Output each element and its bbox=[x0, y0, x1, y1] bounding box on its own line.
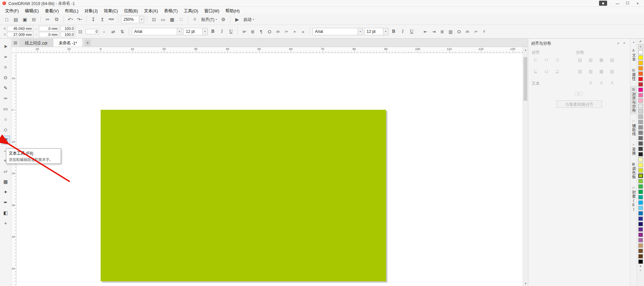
menu-item-2[interactable]: 查看(V) bbox=[42, 7, 62, 14]
import-button[interactable]: ↧ bbox=[89, 15, 97, 23]
mirror-vertical-icon[interactable]: ⇅ bbox=[118, 28, 126, 36]
scale-y-field[interactable]: 100.0 bbox=[60, 32, 75, 37]
character-formatting-icon[interactable]: A• bbox=[472, 28, 480, 36]
palette-swatch[interactable] bbox=[638, 259, 643, 264]
rectangle-tool[interactable]: ▭ bbox=[1, 104, 10, 113]
x-position-field[interactable]: 45.043 mm bbox=[7, 26, 33, 31]
add-font-icon[interactable]: + bbox=[291, 28, 299, 36]
distribute-button-3[interactable]: ▧ bbox=[607, 55, 617, 64]
fullscreen-preview-button[interactable]: ⊡ bbox=[150, 15, 158, 23]
snap-off-button[interactable]: ⌗ bbox=[191, 15, 199, 23]
more-options-icon[interactable]: » bbox=[299, 28, 307, 36]
side-tab-4[interactable]: ○变换 bbox=[630, 141, 637, 157]
ruler-origin-corner[interactable] bbox=[11, 47, 16, 53]
align-button-0[interactable]: ⊏ bbox=[531, 55, 540, 64]
palette-swatch[interactable] bbox=[638, 109, 643, 113]
bold-button[interactable]: B bbox=[209, 28, 217, 36]
export-button[interactable]: ↥ bbox=[98, 15, 106, 23]
publish-pdf-button[interactable]: PDF bbox=[107, 15, 115, 23]
drop-cap-icon[interactable]: ¶ bbox=[257, 28, 265, 36]
palette-swatch[interactable] bbox=[638, 254, 643, 258]
distribute-button-4[interactable]: ▤ bbox=[575, 67, 585, 76]
no-outline-icon[interactable]: O bbox=[266, 28, 273, 36]
palette-swatch[interactable] bbox=[638, 66, 643, 70]
dropdown-icon[interactable]: ▾ bbox=[202, 28, 207, 35]
palette-swatch[interactable] bbox=[638, 200, 643, 205]
text-align-button-2[interactable]: A bbox=[607, 78, 617, 87]
palette-swatch[interactable] bbox=[638, 114, 643, 119]
object-height-field[interactable]: .0 mm bbox=[39, 32, 59, 37]
docker-close-icon[interactable]: × bbox=[621, 41, 627, 45]
palette-swatch[interactable] bbox=[638, 179, 643, 183]
underline-button[interactable]: U bbox=[227, 28, 235, 36]
distribute-button-2[interactable]: ▦ bbox=[597, 55, 606, 64]
account-icon[interactable]: ☻ bbox=[599, 1, 607, 6]
side-tab-1[interactable]: ▤属性 bbox=[630, 66, 637, 83]
palette-swatch[interactable] bbox=[638, 93, 643, 97]
vertical-scrollbar[interactable]: ▲ ▼ bbox=[523, 47, 528, 286]
menu-item-0[interactable]: 文件(F) bbox=[2, 7, 22, 14]
pick-tool[interactable]: ➤ bbox=[1, 42, 10, 51]
drawing-canvas[interactable] bbox=[16, 53, 523, 286]
distribute-button-7[interactable]: ▧ bbox=[607, 67, 617, 76]
bulleted-list-2-icon[interactable]: ≣ bbox=[438, 28, 446, 36]
align-button-4[interactable]: ⊔ bbox=[542, 67, 551, 76]
ellipse-tool[interactable]: ○ bbox=[1, 115, 10, 124]
new-document-tab-button[interactable]: + bbox=[85, 40, 91, 46]
color-eyedropper-tool[interactable]: ✦ bbox=[1, 188, 10, 196]
palette-swatch[interactable] bbox=[638, 152, 643, 156]
side-tab-0[interactable]: A文本 bbox=[630, 47, 637, 63]
side-tab-6[interactable]: ▱封套(E) bbox=[630, 184, 637, 213]
palette-flyout-icon[interactable]: « bbox=[640, 269, 641, 272]
bulleted-list-icon[interactable]: ≣ bbox=[249, 28, 257, 36]
palette-swatch[interactable] bbox=[638, 147, 643, 151]
freehand-tool[interactable]: ✎ bbox=[1, 84, 10, 92]
collapse-arrow-icon[interactable]: ◂ bbox=[633, 41, 634, 44]
cut-button[interactable]: ✂ bbox=[44, 15, 52, 23]
align-button-1[interactable]: ⊓ bbox=[542, 55, 551, 64]
show-guidelines-button[interactable]: ∷ bbox=[177, 15, 185, 23]
side-tab-5[interactable]: ▦调色板 bbox=[630, 160, 637, 181]
menu-item-3[interactable]: 布局(L) bbox=[62, 7, 81, 14]
bold-button-2[interactable]: B bbox=[390, 28, 397, 36]
menu-item-6[interactable]: 位图(B) bbox=[121, 7, 141, 14]
copy-button[interactable]: ⧉ bbox=[53, 15, 61, 23]
drop-shadow-tool[interactable]: ▱ bbox=[1, 167, 10, 176]
distribute-button-5[interactable]: ▥ bbox=[586, 67, 595, 76]
scroll-up-icon[interactable]: ▲ bbox=[523, 47, 528, 52]
palette-swatch[interactable] bbox=[638, 184, 643, 189]
align-button-2[interactable]: ⊐ bbox=[552, 55, 562, 64]
palette-swatch[interactable] bbox=[638, 211, 643, 216]
palette-swatch[interactable] bbox=[638, 168, 643, 173]
crop-tool[interactable]: ⌗ bbox=[1, 63, 10, 72]
polygon-tool[interactable]: ◇ bbox=[1, 125, 10, 134]
menu-item-7[interactable]: 文本(X) bbox=[141, 7, 161, 14]
palette-swatch[interactable] bbox=[638, 120, 643, 124]
palette-swatch[interactable] bbox=[638, 227, 643, 232]
close-button[interactable]: × bbox=[633, 0, 643, 6]
redo-button[interactable]: ↷▾ bbox=[75, 15, 84, 23]
add-tools-button[interactable]: + bbox=[1, 219, 10, 228]
text-alignment-icon[interactable]: ≡▾ bbox=[240, 28, 248, 36]
distribute-button-6[interactable]: ▦ bbox=[597, 67, 606, 76]
palette-swatch[interactable] bbox=[638, 217, 643, 221]
palette-swatch[interactable] bbox=[638, 238, 643, 242]
rotation-angle-field[interactable]: 0 bbox=[86, 29, 99, 34]
palette-swatch[interactable] bbox=[638, 222, 643, 226]
text-tool[interactable]: 字 bbox=[1, 136, 10, 144]
docker-pin-icon[interactable]: » bbox=[615, 41, 621, 45]
document-switcher-icon[interactable]: ▤ bbox=[11, 39, 19, 47]
menu-item-5[interactable]: 效果(C) bbox=[101, 7, 121, 14]
document-tab-0[interactable]: 线上问诊.cdr bbox=[19, 39, 53, 47]
menu-item-8[interactable]: 表格(T) bbox=[161, 7, 181, 14]
palette-swatch[interactable] bbox=[638, 136, 643, 140]
palette-swatch[interactable] bbox=[638, 77, 643, 81]
text-properties-icon[interactable]: A• bbox=[282, 28, 290, 36]
palette-swatch[interactable] bbox=[638, 104, 643, 108]
italic-button[interactable]: I bbox=[218, 28, 226, 36]
font-list-combo-2[interactable]: Arial ▾ bbox=[313, 28, 363, 35]
palette-swatch[interactable] bbox=[638, 61, 643, 65]
palette-swatch[interactable] bbox=[638, 131, 643, 135]
palette-swatch[interactable] bbox=[638, 82, 643, 87]
palette-swatch[interactable] bbox=[638, 163, 643, 167]
